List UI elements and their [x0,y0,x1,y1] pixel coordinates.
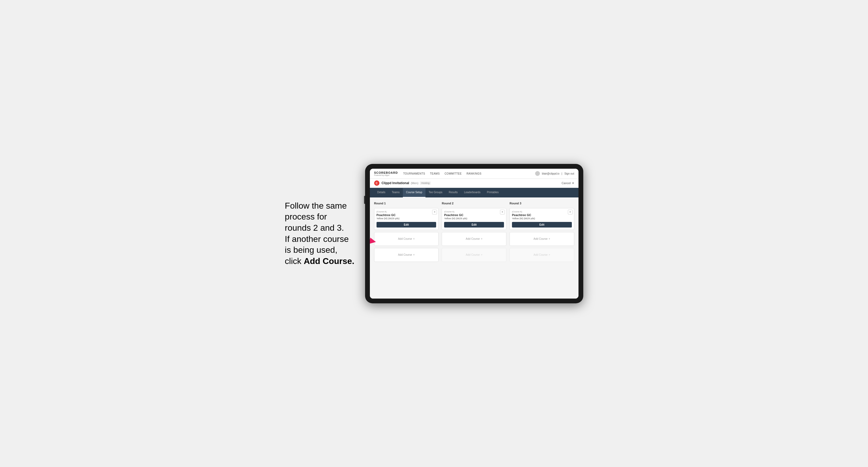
round-3-course-wrapper: (Course A) Peachtree GC Yellow (M) (6629… [509,208,574,230]
round-2-add-course-1[interactable]: Add Course + [442,232,506,246]
round-2-remove-button[interactable]: × [500,210,505,215]
round-2-course-details: Yellow (M) (6629 yds) [444,217,504,220]
nav-links: TOURNAMENTS TEAMS COMMITTEE RANKINGS [403,172,535,175]
tab-results[interactable]: Results [446,188,461,197]
tab-details[interactable]: Details [374,188,389,197]
add-course-1-icon: + [413,237,414,240]
tablet-frame: SCOREBOARD Powered by clippd TOURNAMENTS… [365,164,583,303]
round-3-add-course-1-icon: + [549,237,550,240]
round-2-course-card: (Course A) Peachtree GC Yellow (M) (6629… [442,208,506,230]
round-3-add-course-2-icon: + [549,253,550,256]
tournament-gender: (Men) [411,182,418,185]
round-3-title: Round 3 [509,202,574,205]
instruction-bold: Add Course. [304,256,354,266]
round-2-add-course-2-icon: + [481,253,483,256]
page-wrapper: Follow the sameprocess forrounds 2 and 3… [248,164,620,303]
round-1-course-label: (Course A) [376,211,436,213]
logo-sub: Powered by clippd [374,174,398,176]
sub-header: C Clippd Invitational (Men) Hosting Canc… [370,179,579,188]
round-2-column: Round 2 (Course A) Peachtree GC Yellow (… [442,202,506,262]
round-2-course-wrapper: (Course A) Peachtree GC Yellow (M) (6629… [442,208,506,230]
nav-link-teams[interactable]: TEAMS [430,172,440,175]
hosting-badge: Hosting [420,182,431,185]
round-3-course-details: Yellow (M) (6629 yds) [512,217,572,220]
brand-icon: C [374,180,379,186]
tab-bar: Details Teams Course Setup Tee Groups Re… [370,188,579,197]
rounds-grid: Round 1 (Course A) Peachtree GC Yellow (… [374,202,574,262]
round-2-add-course-2-label: Add Course [466,253,480,256]
cancel-button[interactable]: Cancel ✕ [561,182,574,185]
round-3-add-course-2: Add Course + [509,248,574,262]
tab-leaderboards[interactable]: Leaderboards [461,188,484,197]
nav-link-tournaments[interactable]: TOURNAMENTS [403,172,425,175]
tablet-side-button [364,196,365,204]
round-3-add-course-2-label: Add Course [533,253,548,256]
round-1-course-details: Yellow (M) (6629 yds) [376,217,436,220]
tab-teams[interactable]: Teams [389,188,403,197]
round-3-column: Round 3 (Course A) Peachtree GC Yellow (… [509,202,574,262]
round-2-add-course-2: Add Course + [442,248,506,262]
tab-printables[interactable]: Printables [484,188,502,197]
logo-scoreboard: SCOREBOARD [374,171,398,174]
round-2-add-course-1-label: Add Course [466,237,480,240]
round-2-course-label: (Course A) [444,211,504,213]
round-1-course-card: (Course A) Peachtree GC Yellow (M) (6629… [374,208,439,230]
round-1-course-wrapper: (Course A) Peachtree GC Yellow (M) (6629… [374,208,439,230]
round-1-add-course-1[interactable]: Add Course + [374,232,439,246]
tab-course-setup[interactable]: Course Setup [403,188,426,197]
round-3-course-label: (Course A) [512,211,572,213]
nav-link-rankings[interactable]: RANKINGS [466,172,482,175]
close-icon: ✕ [572,182,574,185]
round-2-course-name: Peachtree GC [444,213,504,217]
user-avatar [535,171,540,176]
round-3-course-card: (Course A) Peachtree GC Yellow (M) (6629… [509,208,574,230]
round-2-add-course-1-icon: + [481,237,483,240]
add-course-2-icon: + [413,253,414,256]
round-1-title: Round 1 [374,202,439,205]
logo-area: SCOREBOARD Powered by clippd [374,171,398,176]
round-1-course-name: Peachtree GC [376,213,436,217]
instruction-panel: Follow the sameprocess forrounds 2 and 3… [285,200,354,267]
top-nav: SCOREBOARD Powered by clippd TOURNAMENTS… [370,169,579,179]
round-1-add-course-wrapper: Add Course + [374,232,439,246]
round-1-edit-button[interactable]: Edit [376,222,436,227]
main-content: Round 1 (Course A) Peachtree GC Yellow (… [370,197,579,299]
tab-tee-groups[interactable]: Tee Groups [426,188,446,197]
round-3-remove-button[interactable]: × [568,210,572,215]
nav-link-committee[interactable]: COMMITTEE [445,172,462,175]
tablet-screen: SCOREBOARD Powered by clippd TOURNAMENTS… [370,169,579,299]
nav-right: blair@clippd.io | Sign out [535,171,574,176]
add-course-1-label: Add Course [398,237,412,240]
add-course-2-label: Add Course [398,253,412,256]
round-1-remove-button[interactable]: × [432,210,437,215]
nav-separator: | [561,172,562,175]
round-2-edit-button[interactable]: Edit [444,222,504,227]
sign-out-link[interactable]: Sign out [564,172,574,175]
round-1-column: Round 1 (Course A) Peachtree GC Yellow (… [374,202,439,262]
round-1-add-course-2[interactable]: Add Course + [374,248,439,262]
round-3-add-course-1[interactable]: Add Course + [509,232,574,246]
round-3-edit-button[interactable]: Edit [512,222,572,227]
tournament-name: Clippd Invitational [381,181,409,185]
round-3-add-course-1-label: Add Course [533,237,548,240]
user-email: blair@clippd.io [542,172,560,175]
round-2-title: Round 2 [442,202,506,205]
instruction-line1: Follow the sameprocess forrounds 2 and 3… [285,201,354,266]
round-3-course-name: Peachtree GC [512,213,572,217]
cancel-label: Cancel [561,182,570,185]
